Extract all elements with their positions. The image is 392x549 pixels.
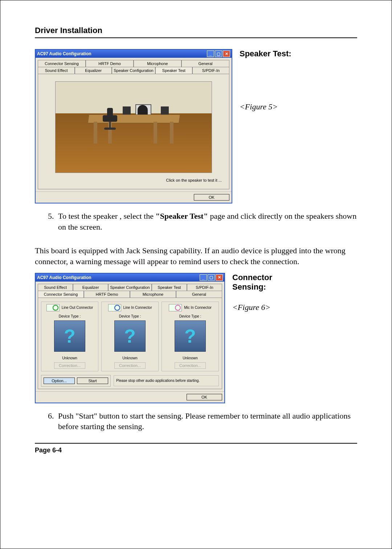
close-icon[interactable]: ✕: [223, 51, 230, 57]
tab-hrtf-demo[interactable]: HRTF Demo: [86, 60, 134, 67]
figure5-window: AC97 Audio Configuration _ ▢ ✕ Connector…: [35, 49, 232, 203]
line-out-label: Line Out Connector: [62, 306, 93, 310]
tab-sound-effect[interactable]: Sound Effect: [38, 284, 73, 291]
line-out-jack-icon: [46, 304, 60, 311]
close-icon[interactable]: ✕: [216, 274, 223, 281]
status-label: Unknown: [122, 356, 138, 360]
window-title: AC97 Audio Configuration: [37, 275, 199, 280]
mic-in-column: Mic In Connector Device Type : ? Unknown…: [162, 302, 219, 371]
option-button[interactable]: Option...: [44, 378, 75, 384]
figure5-heading: Speaker Test:: [240, 49, 312, 58]
tab-general[interactable]: General: [176, 291, 222, 298]
step-6: Push "Start" button to start the sensing…: [56, 411, 357, 432]
jack-sensing-paragraph: This board is equipped with Jack Sensing…: [35, 245, 357, 267]
correction-button[interactable]: Correction...: [175, 362, 206, 369]
line-in-label: Line In Connector: [123, 306, 152, 310]
line-out-column: Line Out Connector Device Type : ? Unkno…: [41, 302, 98, 371]
figure5-caption: <Figure 5>: [240, 102, 312, 112]
device-type-label: Device Type :: [59, 314, 81, 318]
tab-general[interactable]: General: [181, 60, 229, 67]
tab-speaker-test[interactable]: Speaker Test: [155, 67, 192, 74]
tab-spdif-in[interactable]: S/PDIF-In: [187, 284, 222, 291]
line-in-column: Line In Connector Device Type : ? Unknow…: [101, 302, 159, 371]
tab-speaker-test[interactable]: Speaker Test: [152, 284, 187, 291]
unknown-device-icon: ?: [175, 320, 206, 352]
tab-microphone[interactable]: Microphone: [130, 291, 176, 298]
figure6-heading: Connector Sensing:: [232, 273, 305, 292]
tab-connector-sensing[interactable]: Connector Sensing: [38, 291, 84, 298]
maximize-icon[interactable]: ▢: [208, 274, 215, 281]
correction-button[interactable]: Correction...: [54, 362, 85, 369]
unknown-device-icon: ?: [54, 320, 85, 352]
page-number: Page 6-4: [35, 443, 357, 454]
window-title: AC97 Audio Configuration: [37, 51, 206, 56]
ok-button[interactable]: OK: [187, 394, 222, 400]
tab-sound-effect[interactable]: Sound Effect: [38, 67, 75, 74]
tab-equalizer[interactable]: Equalizer: [75, 67, 112, 74]
page-title: Driver Installation: [35, 26, 357, 38]
titlebar: AC97 Audio Configuration _ ▢ ✕: [36, 274, 224, 282]
tab-connector-sensing[interactable]: Connector Sensing: [38, 60, 86, 67]
ok-button[interactable]: OK: [194, 194, 229, 201]
status-message: Please stop other audio applications bef…: [114, 375, 219, 386]
maximize-icon[interactable]: ▢: [215, 51, 222, 57]
hint-text: Click on the speaker to test it ...: [38, 177, 229, 189]
figure6-caption: <Figure 6>: [232, 303, 305, 312]
status-label: Unknown: [62, 356, 77, 360]
unknown-device-icon: ?: [114, 320, 146, 352]
mic-in-jack-icon: [169, 304, 182, 311]
minimize-icon[interactable]: _: [207, 51, 214, 57]
titlebar: AC97 Audio Configuration _ ▢ ✕: [36, 50, 232, 58]
mic-in-label: Mic In Connector: [184, 306, 212, 310]
correction-button[interactable]: Correction...: [114, 362, 146, 369]
tab-speaker-configuration[interactable]: Speaker Configuration: [108, 284, 151, 291]
minimize-icon[interactable]: _: [200, 274, 207, 281]
tab-spdif-in[interactable]: S/PDIF-In: [192, 67, 229, 74]
figure6-window: AC97 Audio Configuration _ ▢ ✕ Sound Eff…: [35, 273, 225, 403]
chair-icon: [103, 112, 117, 130]
tab-speaker-configuration[interactable]: Speaker Configuration: [112, 67, 155, 74]
step-5: To test the speaker , select the "Speake…: [56, 211, 357, 232]
device-type-label: Device Type :: [119, 314, 141, 318]
tab-equalizer[interactable]: Equalizer: [73, 284, 108, 291]
tab-microphone[interactable]: Microphone: [134, 60, 181, 67]
speaker-test-scene[interactable]: [55, 81, 212, 173]
tab-hrtf-demo[interactable]: HRTF Demo: [84, 291, 130, 298]
status-label: Unknown: [183, 356, 198, 360]
start-button[interactable]: Start: [77, 378, 108, 384]
line-in-jack-icon: [108, 304, 121, 311]
device-type-label: Device Type :: [179, 314, 201, 318]
